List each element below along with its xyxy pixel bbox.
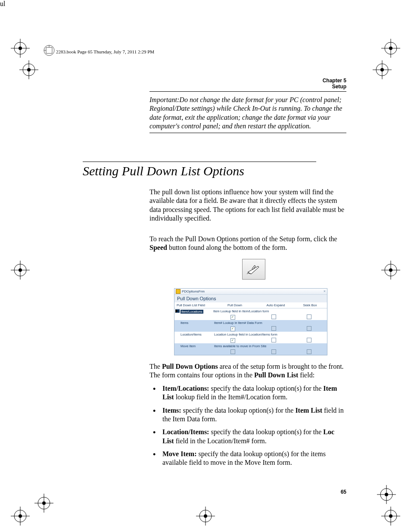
svg-point-39 [389,514,392,518]
checkbox-pulldown[interactable]: ✓ [230,338,235,343]
crop-mark-icon [373,60,392,79]
column-headers: Pull Down List Field Pull Down Auto Expa… [174,302,327,308]
crop-mark-icon [381,261,400,280]
header-line: 2283.book Page 65 Thursday, July 7, 2011… [56,49,154,54]
window-title: PDOptionsFrm [182,289,205,293]
svg-point-43 [385,493,388,496]
table-row[interactable]: Item/Locations Item Lookup field in Item… [174,308,327,314]
body-paragraph: The pull down list options influence how… [149,188,346,223]
checkbox-autoexpand[interactable] [271,338,276,342]
svg-rect-45 [46,47,52,53]
checkbox-autoexpand[interactable] [271,314,276,319]
crop-mark-icon [11,39,30,58]
table-row[interactable]: Move Item Items available to move in Fro… [174,343,327,349]
svg-point-27 [19,514,22,518]
divider [149,133,346,133]
bullet-list: Item/Locations: specify the data lookup … [149,384,346,472]
crop-mark-icon [34,494,53,513]
list-item: Item/Locations: specify the data lookup … [149,384,346,402]
app-icon [176,289,181,294]
svg-point-19 [19,268,22,272]
form-header: Pull Down Options [174,295,327,302]
checkbox-pulldown[interactable] [230,349,235,354]
checkbox-seekbox[interactable] [307,326,311,331]
chapter-label: Chapter 5 Setup [323,78,346,90]
svg-point-3 [19,47,22,50]
checkbox-seekbox[interactable] [307,349,311,354]
svg-point-11 [389,47,392,50]
checkbox-autoexpand[interactable] [271,326,276,331]
checkbox-autoexpand[interactable] [271,349,276,354]
crop-mark-icon [11,507,30,526]
crop-mark-icon [381,507,400,526]
important-note: Important:Do not change the date format … [149,96,346,131]
section-title: Setting Pull Down List Options [83,164,244,178]
section-rule [83,162,316,162]
table-row-checks: ✓ [174,314,327,320]
list-item: Location/Items: specify the data lookup … [149,428,346,445]
table-row-checks [174,349,327,355]
page-number: 65 [341,489,346,495]
checkbox-seekbox[interactable] [307,314,311,319]
body-paragraph: To reach the Pull Down Options portion o… [149,235,346,252]
crop-mark-icon [381,39,400,58]
checkbox-pulldown[interactable]: ✓ [230,327,235,331]
crop-mark-icon [196,507,215,526]
crop-mark-icon [377,485,396,504]
divider [149,91,346,92]
table-row-checks: ✓ [174,337,327,343]
svg-point-31 [42,501,46,505]
window-titlebar[interactable]: PDOptionsFrm × [174,289,327,295]
list-item: Move Item: specify the data lookup optio… [149,450,346,467]
pd-options-form: PDOptionsFrm × Pull Down Options Pull Do… [174,288,327,355]
list-item: Items: specify the data lookup option(s)… [149,406,346,424]
table-row[interactable]: Items Item# Lookup in Item# Data Form [174,320,327,326]
svg-point-15 [380,68,384,72]
svg-point-35 [204,514,207,518]
checkbox-seekbox[interactable] [307,338,311,342]
airplane-icon [246,263,262,276]
speed-button[interactable] [242,259,265,280]
table-row[interactable]: Location/Items Location Lookup field in … [174,332,327,337]
close-icon[interactable]: × [324,289,326,293]
svg-point-7 [27,68,31,72]
checkbox-pulldown[interactable]: ✓ [230,315,235,320]
row-pointer-icon [175,309,180,313]
table-row-checks: ✓ [174,326,327,332]
crop-mark-icon [11,261,30,280]
crop-mark-icon [19,60,38,79]
book-page-icon [43,44,55,56]
body-paragraph: The Pull Down Options area of the setup … [149,362,346,380]
svg-point-23 [389,268,392,272]
